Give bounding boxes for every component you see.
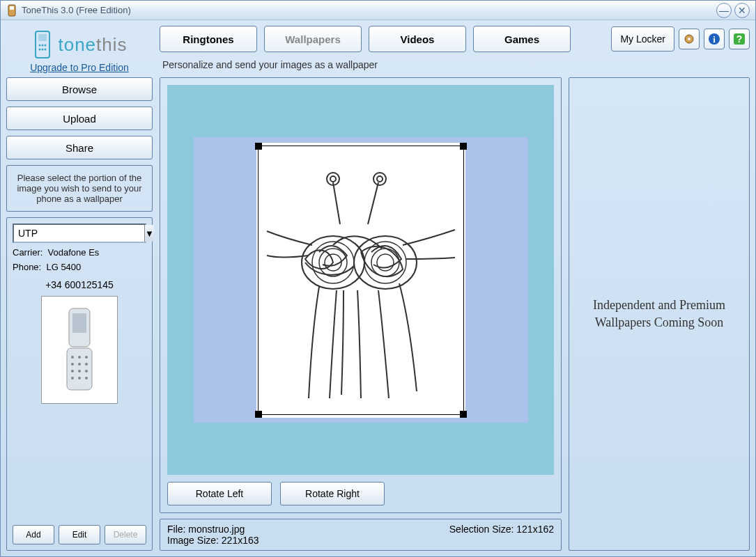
upgrade-link[interactable]: Upgrade to Pro Edition [30, 62, 129, 73]
phone-row: Phone: LG 5400 [13, 262, 146, 272]
app-icon [6, 3, 17, 17]
svg-point-28 [71, 377, 74, 379]
svg-point-19 [71, 356, 74, 359]
flip-phone-icon [59, 305, 100, 395]
titlebar: ToneThis 3.0 (Free Edition) — ✕ [1, 1, 755, 20]
tab-wallpapers[interactable]: Wallpapers [264, 26, 362, 52]
svg-point-8 [42, 49, 44, 51]
gear-icon [682, 32, 696, 46]
svg-point-22 [71, 363, 74, 366]
phone-panel: ▼ Carrier: Vodafone Es Phone: LG 5400 +3… [6, 217, 153, 551]
image-canvas[interactable] [167, 85, 554, 475]
dropdown-icon[interactable]: ▼ [144, 225, 154, 242]
instruction-box: Please select the portion of the image y… [6, 165, 153, 212]
app-window: ToneThis 3.0 (Free Edition) — ✕ tonethis… [0, 0, 756, 557]
editor-panel: Rotate Left Rotate Right [160, 77, 562, 513]
svg-rect-1 [10, 6, 14, 10]
promo-panel: Independent and Premium Wallpapers Comin… [569, 77, 750, 551]
image-frame [194, 137, 528, 423]
image-content[interactable] [256, 143, 465, 418]
tab-games[interactable]: Games [473, 26, 571, 52]
share-button[interactable]: Share [6, 136, 153, 159]
info-button[interactable]: i [704, 29, 725, 49]
close-button[interactable]: ✕ [734, 3, 750, 18]
svg-point-7 [39, 49, 41, 51]
svg-rect-18 [67, 348, 92, 390]
logo-area: tonethis Upgrade to Pro Edition [6, 26, 153, 73]
phone-number: +34 600125145 [13, 279, 146, 290]
status-bar: File: monstruo.jpg Image Size: 221x163 S… [160, 519, 562, 551]
svg-text:?: ? [736, 33, 743, 45]
help-icon: ? [732, 32, 746, 46]
svg-point-6 [45, 45, 47, 47]
svg-point-29 [78, 377, 81, 379]
tab-ringtones[interactable]: Ringtones [160, 26, 257, 52]
mylocker-button[interactable]: My Locker [611, 26, 674, 52]
svg-point-30 [85, 377, 88, 379]
logo-text: tonethis [58, 34, 127, 56]
svg-point-27 [85, 370, 88, 372]
svg-point-26 [78, 370, 81, 372]
svg-rect-3 [38, 34, 47, 41]
svg-point-11 [688, 38, 691, 40]
svg-point-21 [85, 356, 88, 359]
rotate-right-button[interactable]: Rotate Right [280, 482, 385, 505]
svg-point-4 [39, 45, 41, 47]
minimize-button[interactable]: — [716, 3, 732, 18]
subtitle: Personalize and send your images as a wa… [162, 59, 750, 70]
svg-point-5 [42, 45, 44, 47]
edit-phone-button[interactable]: Edit [59, 525, 100, 544]
carrier-input[interactable] [14, 225, 144, 242]
delete-phone-button[interactable]: Delete [105, 525, 146, 544]
svg-point-20 [78, 356, 81, 359]
help-button[interactable]: ? [729, 29, 750, 49]
phone-image [41, 296, 118, 404]
window-title: ToneThis 3.0 (Free Edition) [22, 5, 713, 15]
upload-button[interactable]: Upload [6, 107, 153, 130]
selection-size: 121x162 [516, 524, 554, 535]
svg-rect-17 [72, 313, 86, 333]
phone-logo-icon [31, 30, 54, 59]
tab-videos[interactable]: Videos [369, 26, 466, 52]
info-icon: i [707, 32, 721, 46]
rotate-left-button[interactable]: Rotate Left [167, 482, 272, 505]
svg-text:i: i [713, 34, 716, 45]
handle-top-right[interactable] [460, 143, 467, 150]
add-phone-button[interactable]: Add [13, 525, 54, 544]
svg-point-25 [71, 370, 74, 372]
carrier-select[interactable]: ▼ [13, 223, 146, 243]
svg-point-9 [45, 49, 47, 51]
file-name: monstruo.jpg [188, 524, 245, 535]
carrier-row: Carrier: Vodafone Es [13, 247, 146, 258]
svg-point-23 [78, 363, 81, 366]
handle-bottom-left[interactable] [255, 411, 262, 418]
image-size: 221x163 [222, 535, 259, 546]
handle-top-left[interactable] [255, 143, 262, 150]
svg-point-24 [85, 363, 88, 366]
selection-box[interactable] [258, 146, 464, 415]
browse-button[interactable]: Browse [6, 77, 153, 101]
handle-bottom-right[interactable] [460, 411, 467, 418]
settings-button[interactable] [679, 29, 700, 49]
